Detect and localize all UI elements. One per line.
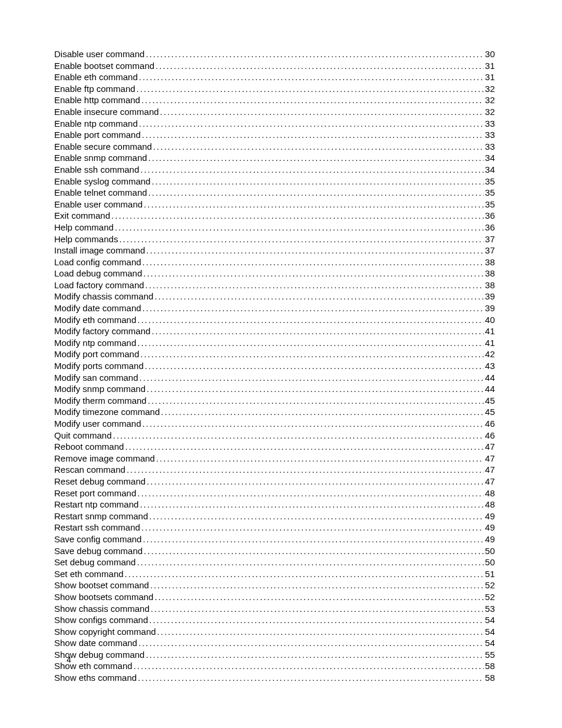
toc-entry-label: Modify port command	[54, 348, 139, 360]
toc-entry-page: 49	[485, 533, 495, 545]
toc-dot-leader: ........................................…	[143, 418, 484, 430]
toc-dot-leader: ........................................…	[151, 176, 484, 187]
toc-entry: Show bootset command....................…	[54, 579, 495, 591]
document-page: Disable user command....................…	[0, 0, 562, 728]
toc-dot-leader: ........................................…	[137, 487, 484, 499]
toc-dot-leader: ........................................…	[119, 233, 484, 245]
toc-entry-label: Enable snmp command	[54, 152, 147, 164]
toc-entry-label: Modify user command	[54, 418, 141, 430]
toc-entry-label: Enable eth command	[54, 71, 138, 83]
toc-dot-leader: ........................................…	[127, 464, 484, 476]
toc-entry: Modify san command......................…	[54, 372, 495, 384]
toc-entry-label: Enable bootset command	[54, 60, 154, 72]
toc-dot-leader: ........................................…	[140, 372, 484, 384]
toc-dot-leader: ........................................…	[144, 545, 484, 557]
toc-entry-page: 54	[485, 626, 495, 638]
toc-entry: Load config command.....................…	[54, 256, 495, 268]
toc-dot-leader: ........................................…	[151, 325, 484, 337]
toc-entry-label: Show eths command	[54, 672, 137, 684]
toc-entry-page: 52	[485, 579, 495, 591]
toc-entry: Restart ssh command.....................…	[54, 522, 495, 533]
toc-entry: Load debug command......................…	[54, 268, 495, 279]
toc-entry-label: Exit command	[54, 210, 110, 222]
toc-entry: Disable user command....................…	[54, 48, 495, 60]
toc-entry-page: 49	[485, 522, 495, 533]
toc-entry: Enable telnet command...................…	[54, 187, 495, 199]
toc-dot-leader: ........................................…	[146, 279, 484, 291]
toc-dot-leader: ........................................…	[115, 222, 484, 233]
toc-entry: Save debug command......................…	[54, 545, 495, 557]
toc-entry-page: 32	[485, 106, 495, 118]
toc-dot-leader: ........................................…	[156, 60, 484, 72]
toc-entry-label: Reboot command	[54, 441, 124, 453]
toc-entry-label: Enable syslog command	[54, 176, 150, 187]
toc-entry-page: 38	[485, 256, 495, 268]
toc-entry-page: 33	[485, 129, 495, 141]
toc-entry-page: 48	[485, 499, 495, 510]
toc-dot-leader: ........................................…	[146, 649, 484, 661]
toc-entry-label: Restart ssh command	[54, 522, 140, 533]
toc-entry-page: 54	[485, 614, 495, 626]
toc-dot-leader: ........................................…	[113, 430, 484, 442]
toc-entry-label: Modify date command	[54, 302, 141, 314]
toc-entry-label: Enable port command	[54, 129, 141, 141]
toc-entry-page: 42	[485, 348, 495, 360]
toc-entry-label: Show bootsets command	[54, 591, 153, 603]
toc-entry-page: 54	[485, 637, 495, 649]
toc-dot-leader: ........................................…	[148, 152, 484, 164]
toc-entry-label: Restart snmp command	[54, 510, 148, 522]
toc-entry-page: 43	[485, 360, 495, 372]
toc-dot-leader: ........................................…	[143, 268, 484, 279]
toc-dot-leader: ........................................…	[143, 256, 484, 268]
toc-entry-page: 37	[485, 233, 495, 245]
toc-entry-label: Enable user command	[54, 199, 143, 210]
toc-entry-page: 50	[485, 556, 495, 568]
toc-entry-label: Modify ntp command	[54, 337, 136, 349]
toc-entry-page: 45	[485, 395, 495, 407]
toc-entry: Show bootsets command...................…	[54, 591, 495, 603]
toc-entry-label: Save config command	[54, 533, 141, 545]
toc-dot-leader: ........................................…	[146, 245, 484, 256]
toc-entry-label: Show chassis command	[54, 603, 150, 615]
toc-entry: Show eths command.......................…	[54, 672, 495, 684]
page-number: 4	[67, 655, 71, 664]
toc-entry-label: Enable ssh command	[54, 164, 139, 176]
toc-entry-page: 31	[485, 60, 495, 72]
toc-entry-page: 55	[485, 649, 495, 661]
toc-entry-page: 35	[485, 176, 495, 187]
toc-entry: Enable syslog command...................…	[54, 176, 495, 187]
toc-entry: Load factory command....................…	[54, 279, 495, 291]
toc-entry-label: Enable http command	[54, 94, 140, 106]
toc-entry-label: Show bootset command	[54, 579, 149, 591]
toc-entry: Modify date command.....................…	[54, 302, 495, 314]
table-of-contents: Disable user command....................…	[54, 48, 495, 684]
toc-entry-label: Modify san command	[54, 372, 138, 384]
toc-entry-page: 32	[485, 94, 495, 106]
toc-entry-label: Enable insecure command	[54, 106, 159, 118]
toc-entry: Enable insecure command.................…	[54, 106, 495, 118]
toc-entry-page: 53	[485, 603, 495, 615]
toc-entry-page: 52	[485, 591, 495, 603]
toc-entry-label: Show configs command	[54, 614, 148, 626]
toc-entry: Modify timezone command.................…	[54, 406, 495, 418]
toc-dot-leader: ........................................…	[140, 348, 484, 360]
toc-entry: Enable ssh command......................…	[54, 164, 495, 176]
toc-dot-leader: ........................................…	[143, 302, 484, 314]
toc-entry: Reset port command......................…	[54, 487, 495, 499]
toc-entry-page: 50	[485, 545, 495, 557]
toc-entry-page: 35	[485, 187, 495, 199]
toc-dot-leader: ........................................…	[151, 603, 484, 615]
toc-entry: Enable http command.....................…	[54, 94, 495, 106]
toc-entry-page: 46	[485, 418, 495, 430]
toc-entry: Reboot command..........................…	[54, 441, 495, 453]
toc-entry-label: Enable telnet command	[54, 187, 147, 199]
toc-dot-leader: ........................................…	[137, 83, 484, 95]
toc-dot-leader: ........................................…	[160, 106, 484, 118]
toc-dot-leader: ........................................…	[149, 614, 484, 626]
toc-entry-page: 47	[485, 476, 495, 487]
toc-dot-leader: ........................................…	[148, 395, 484, 407]
toc-entry-label: Enable ftp command	[54, 83, 135, 95]
toc-entry-label: Enable secure command	[54, 141, 152, 153]
toc-entry-page: 49	[485, 510, 495, 522]
toc-entry-page: 39	[485, 302, 495, 314]
